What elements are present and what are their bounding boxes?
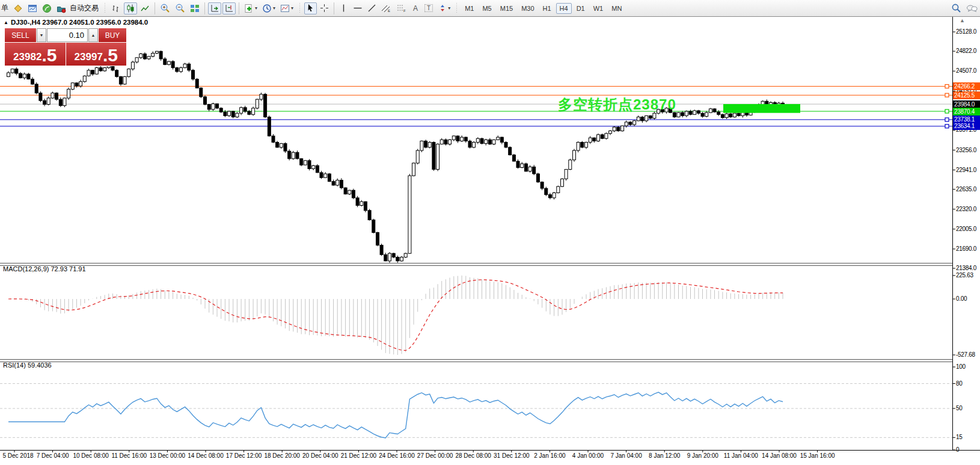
templates-icon[interactable]: ▾	[278, 2, 295, 14]
chart-annotation-text[interactable]: 多空转折点23870	[558, 95, 676, 114]
text-tool-glyph: A	[413, 4, 418, 13]
collapse-panel-icon[interactable]: ▲	[4, 20, 8, 25]
candlestick-chart-icon[interactable]	[124, 2, 137, 14]
price-tag: 23634.1	[953, 122, 980, 130]
svg-text:F: F	[403, 9, 406, 13]
time-axis-label: 9 Jan 20:00	[687, 452, 718, 459]
tile-windows-icon[interactable]	[188, 2, 201, 14]
equidistant-channel-tool-icon[interactable]: E	[379, 2, 393, 14]
zoom-out-icon[interactable]	[173, 2, 187, 14]
auto-scroll-icon[interactable]	[208, 2, 221, 14]
new-order-button[interactable]: 单	[1, 3, 8, 13]
horizontal-line-tool-icon[interactable]	[351, 2, 364, 14]
trendline-tool-icon[interactable]	[366, 2, 378, 14]
one-click-trade-panel: SELL ▼ ▲ BUY 23982.5 23997.5	[5, 28, 126, 66]
time-axis-label: 24 Dec 16:00	[379, 452, 415, 459]
buy-price-button[interactable]: 23997.5	[66, 43, 127, 66]
chart-wizard-icon[interactable]	[11, 2, 25, 14]
signals-icon[interactable]	[40, 2, 54, 14]
mt4-window: 单 自动交易	[0, 0, 980, 465]
time-axis-label: 4 Jan 00:00	[572, 452, 604, 459]
toolbar-grip	[298, 3, 302, 14]
time-axis-border	[0, 450, 980, 451]
volume-decrease-button[interactable]: ▼	[37, 28, 46, 42]
templates-dropdown-icon[interactable]: ▾	[291, 5, 293, 11]
pane-separator-rsi[interactable]	[0, 359, 953, 362]
price-tag: 24266.2	[953, 82, 980, 90]
buy-button[interactable]: BUY	[99, 28, 126, 42]
sell-price-frac: .5	[41, 46, 57, 64]
arrows-dropdown-icon[interactable]: ▾	[448, 5, 450, 11]
time-axis-label: 18 Dec 20:00	[264, 452, 300, 459]
bar-chart-icon[interactable]	[109, 2, 123, 14]
zoom-in-icon[interactable]	[158, 2, 172, 14]
channel-e: E	[388, 9, 390, 13]
time-axis-label: 14 Dec 08:00	[188, 452, 224, 459]
crosshair-tool-icon[interactable]	[318, 2, 331, 14]
cursor-tool-icon[interactable]	[304, 2, 317, 14]
search-icon[interactable]	[949, 2, 963, 14]
chat-icon[interactable]	[964, 2, 979, 14]
sell-price-button[interactable]: 23982.5	[5, 43, 66, 66]
axis-scroll-up-icon[interactable]: ▲	[960, 17, 965, 23]
price-tag: 24125.5	[953, 91, 980, 99]
buy-price-main: 23997	[75, 50, 103, 64]
tab-m1[interactable]: M1	[461, 3, 477, 14]
fibonacci-tool-icon[interactable]: F	[394, 2, 408, 14]
price-chart-canvas[interactable]	[0, 0, 980, 465]
tab-d1[interactable]: D1	[573, 3, 589, 14]
periods-dropdown-icon[interactable]: ▾	[273, 5, 275, 11]
profile-window-icon[interactable]	[26, 2, 39, 14]
sell-price-main: 23982	[13, 50, 41, 64]
time-axis-label: 31 Dec 12:00	[494, 452, 530, 459]
time-axis-label: 7 Dec 04:00	[37, 452, 69, 459]
sell-button[interactable]: SELL	[5, 28, 36, 42]
price-tick-label: 22005.0	[956, 226, 980, 232]
time-axis-label: 28 Dec 08:00	[455, 452, 491, 459]
volume-input[interactable]	[47, 28, 88, 42]
pane-separator-macd[interactable]	[0, 263, 953, 266]
price-tag: 23870.4	[953, 108, 980, 115]
macd-tick-label: -527.68	[956, 351, 980, 358]
tab-mn[interactable]: MN	[608, 3, 625, 14]
symbol-ohlc-text: DJ30-,H4 23967.0 24051.0 23956.0 23984.0	[11, 19, 148, 26]
autotrading-icon[interactable]	[55, 2, 68, 14]
buy-price-frac: .5	[103, 46, 118, 64]
tab-m15[interactable]: M15	[497, 3, 516, 14]
macd-tick-label: 0.00	[956, 295, 980, 302]
volume-increase-button[interactable]: ▲	[88, 28, 98, 42]
price-tick-label: 24507.0	[956, 67, 980, 74]
macd-tick-label: 225.63	[956, 272, 980, 279]
time-axis-label: 21 Dec 12:00	[341, 452, 377, 459]
rsi-tick-label: 80	[956, 380, 980, 387]
autotrading-label[interactable]: 自动交易	[70, 3, 99, 13]
toolbar-grip	[455, 3, 459, 14]
periods-icon[interactable]: ▾	[260, 2, 277, 14]
line-chart-icon[interactable]	[138, 2, 152, 14]
time-axis-label: 13 Dec 00:00	[150, 452, 186, 459]
price-tick-label: 22320.0	[956, 206, 980, 212]
tab-w1[interactable]: W1	[590, 3, 607, 14]
toolbar: 单 自动交易	[0, 0, 980, 17]
price-tick-label: 22635.0	[956, 186, 980, 192]
tab-m5[interactable]: M5	[479, 3, 495, 14]
time-axis-label: 11 Jan 04:00	[724, 452, 758, 459]
rsi-tick-label: 50	[956, 405, 980, 411]
symbol-header: ▲ DJ30-,H4 23967.0 24051.0 23956.0 23984…	[4, 19, 148, 26]
price-tick-label: 24822.0	[956, 48, 980, 54]
arrows-tool-icon[interactable]: ▾	[436, 2, 452, 14]
time-axis-label: 8 Jan 12:00	[649, 452, 680, 459]
indicators-icon[interactable]: ▾	[242, 2, 259, 14]
time-axis-label: 5 Dec 2018	[2, 452, 33, 459]
text-tool-icon[interactable]: A	[409, 2, 421, 14]
price-tick-label: 23256.0	[956, 147, 980, 153]
tab-m30[interactable]: M30	[518, 3, 537, 14]
vertical-line-tool-icon[interactable]	[337, 2, 350, 14]
tab-h4[interactable]: H4	[556, 3, 572, 14]
tab-h1[interactable]: H1	[539, 3, 555, 14]
text-label-tool-icon[interactable]: T	[423, 2, 435, 14]
macd-label: MACD(12,26,9) 72.93 71.91	[3, 265, 86, 273]
chart-shift-icon[interactable]	[222, 2, 236, 14]
rsi-label: RSI(14) 59.4036	[3, 362, 52, 369]
indicators-dropdown-icon[interactable]: ▾	[255, 5, 257, 11]
